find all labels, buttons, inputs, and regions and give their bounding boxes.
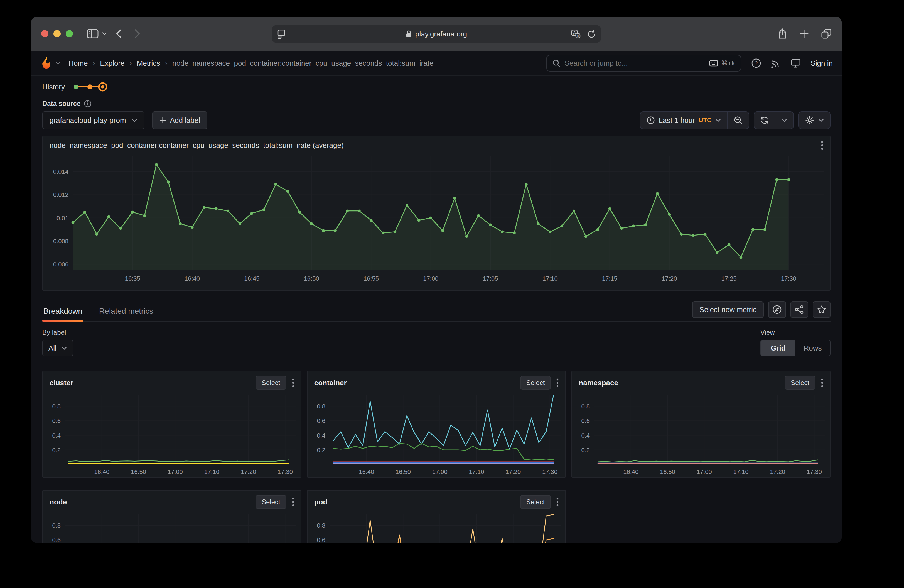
svg-text:0.008: 0.008 [53, 238, 68, 245]
main-metric-chart[interactable]: 16:3516:4016:4516:5016:5517:0017:0517:10… [43, 151, 830, 285]
explore-metrics-page: History Data source [31, 81, 842, 543]
panel-title: pod [314, 498, 327, 506]
new-tab-icon[interactable] [799, 29, 809, 38]
sign-in-button[interactable]: Sign in [811, 59, 833, 68]
kebab-icon[interactable] [292, 378, 294, 387]
info-icon[interactable] [84, 100, 92, 107]
cluster-chart[interactable]: 16:4016:5017:0017:1017:2017:300.80.60.40… [43, 391, 301, 478]
grafana-logo[interactable] [40, 57, 53, 70]
history-step-orange [87, 84, 92, 89]
svg-text:17:20: 17:20 [506, 468, 521, 475]
add-label-button[interactable]: Add label [152, 111, 207, 129]
search-input[interactable] [565, 59, 705, 68]
back-icon[interactable] [116, 29, 122, 38]
chevron-down-icon[interactable] [56, 62, 61, 65]
by-label-value: All [49, 344, 57, 352]
tab-breakdown[interactable]: Breakdown [42, 307, 84, 321]
zoom-window-button[interactable] [66, 30, 73, 37]
svg-text:16:50: 16:50 [304, 275, 319, 282]
breadcrumb-separator: › [93, 59, 95, 67]
history-step-green [74, 85, 78, 89]
svg-text:17:10: 17:10 [204, 468, 219, 475]
search-shortcut: ⌘+k [709, 59, 735, 67]
close-window-button[interactable] [41, 30, 49, 37]
svg-text:0.8: 0.8 [317, 522, 326, 529]
chevron-down-icon[interactable] [102, 32, 107, 35]
svg-text:0.6: 0.6 [317, 417, 326, 424]
data-source-picker[interactable]: grafanacloud-play-prom [42, 111, 144, 129]
svg-text:0.6: 0.6 [52, 536, 61, 543]
svg-text:17:15: 17:15 [602, 275, 617, 282]
history-timeline[interactable] [71, 81, 108, 92]
svg-text:0.2: 0.2 [317, 447, 326, 454]
browser-window: play.grafana.org A x [31, 17, 842, 543]
svg-text:0.6: 0.6 [582, 417, 590, 424]
kebab-icon[interactable] [556, 498, 559, 506]
star-button[interactable] [813, 301, 831, 318]
svg-text:0.6: 0.6 [317, 536, 326, 543]
select-button[interactable]: Select [256, 495, 286, 509]
svg-text:17:05: 17:05 [483, 275, 498, 282]
kebab-icon[interactable] [821, 141, 823, 150]
time-range-picker[interactable]: Last 1 hour UTC [640, 112, 727, 129]
tab-related-metrics[interactable]: Related metrics [98, 307, 155, 321]
translate-icon[interactable]: A x [571, 30, 581, 38]
timezone-text: UTC [699, 117, 711, 124]
breadcrumb-home[interactable]: Home [68, 59, 88, 68]
refresh-button[interactable] [754, 112, 775, 129]
settings-button[interactable] [799, 112, 830, 129]
select-button[interactable]: Select [785, 376, 815, 390]
pod-chart[interactable]: 16:4016:5017:0017:1017:2017:300.80.60.40… [308, 510, 566, 543]
panel-cluster: cluster Select 16:4016:5017:0017:1017:20… [42, 371, 302, 478]
refresh-group [754, 111, 794, 129]
svg-text:17:10: 17:10 [733, 468, 749, 475]
svg-text:17:00: 17:00 [423, 275, 438, 282]
share-panel-button[interactable] [790, 301, 808, 318]
svg-text:0.8: 0.8 [52, 522, 61, 529]
select-button[interactable]: Select [520, 376, 551, 390]
refresh-interval-dropdown[interactable] [775, 112, 793, 129]
container-chart[interactable]: 16:4016:5017:0017:1017:2017:300.80.60.40… [308, 391, 566, 478]
breadcrumb-separator: › [165, 59, 167, 67]
page-format-icon[interactable] [277, 30, 286, 39]
search-icon [553, 59, 560, 67]
help-icon[interactable]: ? [751, 58, 761, 68]
breadcrumb-metrics[interactable]: Metrics [137, 59, 160, 68]
desktop: play.grafana.org A x [0, 0, 904, 588]
screen-icon[interactable] [791, 58, 801, 68]
namespace-chart[interactable]: 16:4016:5017:0017:1017:2017:300.80.60.40… [572, 391, 830, 478]
lock-icon [406, 30, 412, 38]
main-panel-title: node_namespace_pod_container:container_c… [49, 141, 344, 150]
kebab-icon[interactable] [292, 498, 294, 506]
svg-text:16:40: 16:40 [359, 468, 374, 475]
add-label-text: Add label [170, 116, 200, 125]
view-grid-option[interactable]: Grid [761, 340, 795, 356]
minimize-window-button[interactable] [54, 30, 61, 37]
svg-text:17:00: 17:00 [432, 468, 447, 475]
news-icon[interactable] [771, 58, 781, 68]
sidebar-icon[interactable] [87, 28, 98, 39]
forward-icon[interactable] [134, 29, 140, 38]
explore-button[interactable] [768, 301, 786, 318]
svg-text:16:40: 16:40 [185, 275, 200, 282]
search-input-wrap[interactable]: ⌘+k [546, 55, 741, 71]
node-chart[interactable]: 16:4016:5017:0017:1017:2017:300.80.60.40… [43, 510, 301, 543]
by-label-select[interactable]: All [42, 340, 73, 356]
tab-overview-icon[interactable] [821, 28, 831, 39]
reload-icon[interactable] [587, 30, 596, 38]
select-button[interactable]: Select [520, 495, 551, 509]
svg-text:17:30: 17:30 [807, 468, 822, 475]
breadcrumb-explore[interactable]: Explore [100, 59, 125, 68]
kebab-icon[interactable] [821, 378, 823, 387]
view-rows-option[interactable]: Rows [795, 340, 830, 356]
panel-namespace: namespace Select 16:4016:5017:0017:1017:… [571, 371, 831, 478]
kebab-icon[interactable] [556, 378, 559, 387]
grafana-nav-bar: Home › Explore › Metrics › node_namespac… [31, 51, 842, 76]
breakdown-controls-row: By label All View Grid Rows [42, 329, 831, 356]
select-button[interactable]: Select [256, 376, 286, 390]
select-new-metric-button[interactable]: Select new metric [692, 301, 764, 318]
svg-text:17:25: 17:25 [721, 275, 737, 282]
zoom-out-button[interactable] [727, 112, 749, 129]
address-bar[interactable]: play.grafana.org A x [272, 25, 601, 43]
share-icon[interactable] [778, 28, 787, 39]
